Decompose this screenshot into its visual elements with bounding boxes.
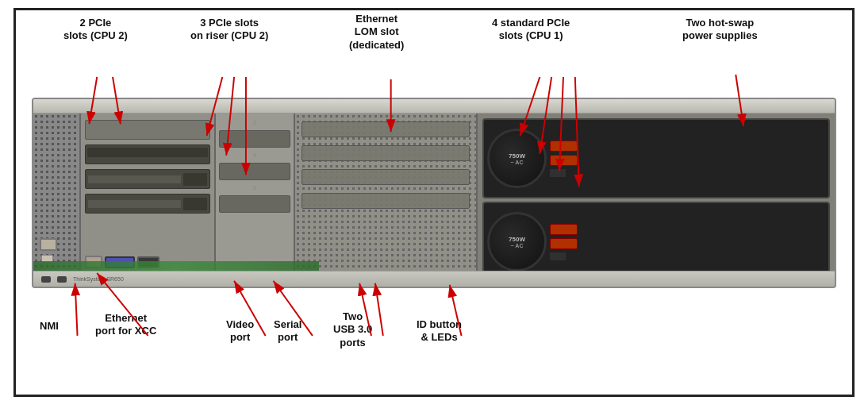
psu-connector-3 (550, 224, 578, 235)
bottom-led-2 (57, 276, 67, 283)
chassis-bottom-strip: ThinkSystem SR650 (33, 271, 835, 287)
label-pcie-riser: 3 PCIe slots on riser (CPU 2) (190, 17, 268, 43)
psu-2-fan: 750W ~ AC (487, 212, 547, 271)
label-serial-port: Serial port (274, 318, 301, 345)
pcb-strip (33, 261, 319, 271)
psu-2-connectors (550, 224, 578, 260)
diagram-container: 2 PCIe slots (CPU 2) 3 PCIe slots on ris… (13, 8, 855, 397)
lom-slot-5 (219, 195, 290, 213)
ethernet-xcc-port (40, 238, 57, 251)
psu-1-fan: 750W ~ AC (487, 129, 547, 188)
label-ethernet-xcc: Ethernet port for XCC (95, 312, 156, 338)
label-usb: Two USB 3.0 ports (333, 310, 372, 349)
pcie-card-2 (85, 169, 210, 189)
lom-slot-4 (219, 163, 290, 180)
pcie-slot-c (301, 169, 470, 185)
psu-1: 750W ~ AC (482, 118, 830, 198)
psu-section: 750W ~ AC 750W ~ AC (478, 114, 835, 287)
label-video-port: Video port (226, 318, 254, 345)
pcie-cpu1-section (295, 114, 478, 287)
lom-slot-3 (219, 130, 290, 148)
svg-line-12 (75, 283, 78, 336)
pcie-slots-cpu1 (301, 121, 470, 209)
psu-2: 750W ~ AC (482, 202, 830, 282)
bottom-led-1 (41, 276, 51, 283)
label-power-supplies: Two hot-swap power supplies (682, 17, 758, 43)
pcie-slot-empty (85, 120, 210, 140)
psu-connector-2 (550, 155, 578, 166)
psu-connector-1 (550, 141, 578, 152)
psu-connector-4 (550, 238, 578, 249)
pcie-slot-b (301, 145, 470, 161)
svg-line-17 (375, 283, 383, 336)
label-id-button: ID button & LEDs (417, 318, 462, 345)
pcie-slot-d (301, 193, 470, 209)
label-pcie-cpu1: 4 standard PCIe slots (CPU 1) (492, 17, 570, 43)
pcie-card-1 (85, 144, 210, 164)
pcie-card-3 (85, 194, 210, 214)
psu-socket-2 (550, 252, 566, 260)
label-pcie-cpu2: 2 PCIe slots (CPU 2) (63, 17, 128, 43)
chassis-top-strip (33, 99, 835, 114)
pcie-slot-a (301, 121, 470, 137)
label-nmi: NMI (40, 320, 59, 333)
chassis-image: 3 4 5 (32, 98, 836, 288)
label-ethernet-lom: Ethernet LOM slot (dedicated) (349, 13, 404, 52)
psu-socket-1 (550, 169, 566, 177)
psu-1-connectors (550, 141, 578, 177)
